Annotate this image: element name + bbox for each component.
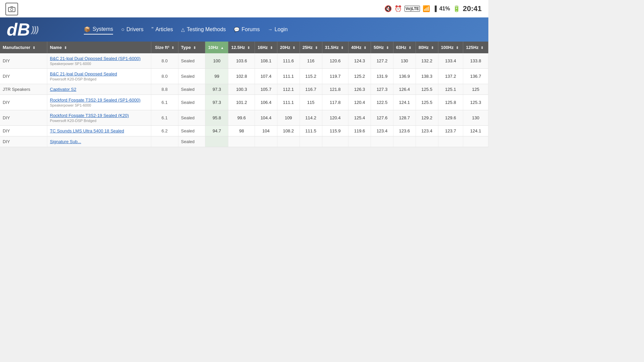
col-31hz[interactable]: 31.5Hz ⇕ xyxy=(322,42,348,53)
cell-freq-hz125 xyxy=(463,136,488,147)
cell-freq-hz25: 116 xyxy=(300,53,322,69)
cell-freq-hz20: 112.1 xyxy=(277,84,300,95)
col-20hz[interactable]: 20Hz ⇕ xyxy=(277,42,300,53)
cell-type: Sealed xyxy=(178,69,205,84)
cell-freq-hz40: 125.2 xyxy=(348,69,371,84)
col-size[interactable]: Size ft³ ⇕ xyxy=(151,42,178,53)
col-name[interactable]: Name ⇕ xyxy=(47,42,151,53)
cell-freq-hz40: 120.4 xyxy=(348,95,371,110)
cell-name: Captivator S2 xyxy=(47,84,151,95)
cell-freq-hz12_5: 99.6 xyxy=(228,110,255,126)
nav-links: 📦 Systems ○ Drivers " Articles △ Testing… xyxy=(84,25,482,35)
cell-freq-hz16: 104 xyxy=(255,126,277,136)
system-status-icons: 🔇 ⏰ Vo)LTE 📶 ▐ 41% 🔋 20:41 xyxy=(384,4,482,13)
col-50hz[interactable]: 50Hz ⇕ xyxy=(371,42,393,53)
sort-arrow-name: ⇕ xyxy=(64,46,67,50)
col-125hz[interactable]: 125Hz ⇕ xyxy=(463,42,488,53)
alarm-icon: ⏰ xyxy=(394,5,402,12)
cell-freq-hz31_5: 119.7 xyxy=(322,69,348,84)
col-25hz[interactable]: 25Hz ⇕ xyxy=(300,42,322,53)
volte-icon: Vo)LTE xyxy=(405,6,420,12)
cell-freq-hz16: 108.1 xyxy=(255,53,277,69)
col-80hz[interactable]: 80Hz ⇕ xyxy=(416,42,438,53)
cell-freq-hz12_5 xyxy=(228,136,255,147)
cell-freq-hz40: 124.3 xyxy=(348,53,371,69)
product-name-link[interactable]: Signature Sub... xyxy=(50,139,148,144)
cell-type: Sealed xyxy=(178,110,205,126)
cell-manufacturer: DIY xyxy=(0,53,47,69)
cell-type: Sealed xyxy=(178,95,205,110)
table-row: DIYSignature Sub...Sealed xyxy=(0,136,488,147)
cell-freq-hz16: 106.4 xyxy=(255,95,277,110)
nav-testing[interactable]: △ Testing Methods xyxy=(181,25,226,34)
site-logo: dB ))) xyxy=(7,19,74,40)
cell-freq-hz20: 108.2 xyxy=(277,126,300,136)
cell-freq-hz100: 129.6 xyxy=(438,110,463,126)
nav-systems[interactable]: 📦 Systems xyxy=(84,25,113,35)
cell-freq-hz50: 122.5 xyxy=(371,95,393,110)
nav-forums[interactable]: 💬 Forums xyxy=(234,25,260,34)
col-manufacturer[interactable]: Manufacturer ⇕ xyxy=(0,42,47,53)
cell-freq-hz16: 105.7 xyxy=(255,84,277,95)
cell-size: 8.0 xyxy=(151,69,178,84)
col-10hz[interactable]: 10Hz ▲ xyxy=(205,42,228,53)
cell-freq-hz12_5: 102.8 xyxy=(228,69,255,84)
cell-name: B&C 21-lpal Dual Opposed SealedPowersoft… xyxy=(47,69,151,84)
product-name-link[interactable]: Rockford Fosgate T3S2-19 Sealed (SP1-600… xyxy=(50,98,148,103)
product-name-link[interactable]: B&C 21-lpal Dual Opposed Sealed (SP1-600… xyxy=(50,56,148,61)
cell-freq-hz63: 128.7 xyxy=(393,110,416,126)
cell-manufacturer: DIY xyxy=(0,126,47,136)
cell-freq-hz31_5: 117.8 xyxy=(322,95,348,110)
product-name-link[interactable]: B&C 21-lpal Dual Opposed Sealed xyxy=(50,71,148,76)
cell-freq-hz40: 126.3 xyxy=(348,84,371,95)
cell-freq-hz50 xyxy=(371,136,393,147)
cell-freq-hz31_5: 121.8 xyxy=(322,84,348,95)
col-40hz[interactable]: 40Hz ⇕ xyxy=(348,42,371,53)
sort-arrow-10hz: ▲ xyxy=(220,46,224,50)
cell-freq-hz100 xyxy=(438,136,463,147)
cell-freq-hz20: 111.6 xyxy=(277,53,300,69)
sort-arrow-50hz: ⇕ xyxy=(386,46,389,50)
cell-freq-hz125: 125 xyxy=(463,84,488,95)
product-name-link[interactable]: Captivator S2 xyxy=(50,87,148,92)
product-name-link[interactable]: TC Sounds LMS Ultra 5400 18 Sealed xyxy=(50,128,148,133)
col-type[interactable]: Type ⇕ xyxy=(178,42,205,53)
product-name-link[interactable]: Rockford Fosgate T3S2-19 Sealed (K20) xyxy=(50,113,148,118)
mute-icon: 🔇 xyxy=(384,5,392,12)
product-sub-label: Speakerpower SP1-6000 xyxy=(50,103,148,107)
cell-freq-hz63: 136.9 xyxy=(393,69,416,84)
col-63hz[interactable]: 63Hz ⇕ xyxy=(393,42,416,53)
cell-size: 6.2 xyxy=(151,126,178,136)
cell-freq-hz125: 133.8 xyxy=(463,53,488,69)
cell-freq-hz20: 109 xyxy=(277,110,300,126)
col-16hz[interactable]: 16Hz ⇕ xyxy=(255,42,277,53)
col-100hz[interactable]: 100Hz ⇕ xyxy=(438,42,463,53)
cell-freq-hz10: 100 xyxy=(205,53,228,69)
cell-freq-hz50: 131.9 xyxy=(371,69,393,84)
cell-freq-hz20: 111.1 xyxy=(277,69,300,84)
table-header-row: Manufacturer ⇕ Name ⇕ Size ft³ ⇕ Type ⇕ … xyxy=(0,42,488,53)
cell-size: 6.1 xyxy=(151,95,178,110)
cell-freq-hz25: 116.7 xyxy=(300,84,322,95)
sort-arrow-16hz: ⇕ xyxy=(270,46,273,50)
cell-freq-hz25: 115.2 xyxy=(300,69,322,84)
sort-arrow-31hz: ⇕ xyxy=(341,46,343,50)
cell-freq-hz80: 129.2 xyxy=(416,110,438,126)
cell-freq-hz125: 130 xyxy=(463,110,488,126)
nav-articles[interactable]: " Articles xyxy=(152,25,173,34)
nav-login[interactable]: → Login xyxy=(268,25,288,34)
product-sub-label: Powersoft K20-DSP Bridged xyxy=(50,77,148,81)
cell-manufacturer: DIY xyxy=(0,136,47,147)
forums-icon: 💬 xyxy=(234,27,239,32)
cell-freq-hz10: 95.8 xyxy=(205,110,228,126)
cell-freq-hz80: 125.5 xyxy=(416,84,438,95)
cell-size: 8.8 xyxy=(151,84,178,95)
col-12hz[interactable]: 12.5Hz ⇕ xyxy=(228,42,255,53)
cell-manufacturer: DIY xyxy=(0,110,47,126)
cell-freq-hz25: 111.5 xyxy=(300,126,322,136)
nav-drivers[interactable]: ○ Drivers xyxy=(121,25,143,34)
cell-name: TC Sounds LMS Ultra 5400 18 Sealed xyxy=(47,126,151,136)
cell-manufacturer: JTR Speakers xyxy=(0,84,47,95)
cell-freq-hz12_5: 101.2 xyxy=(228,95,255,110)
cell-freq-hz50: 123.4 xyxy=(371,126,393,136)
